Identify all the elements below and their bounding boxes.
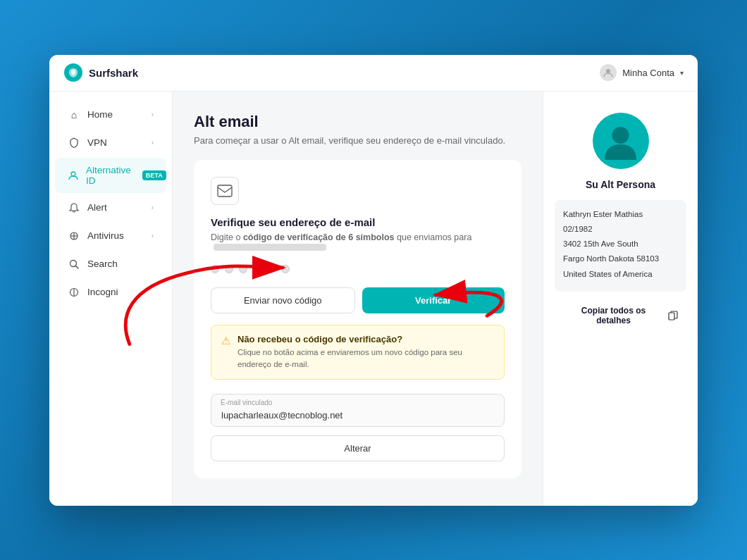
page-title: Alt email (194, 113, 521, 131)
dot-4 (253, 265, 261, 273)
content-area: Alt email Para começar a usar o Alt emai… (173, 92, 543, 506)
verify-button[interactable]: Verificar (362, 287, 505, 313)
svg-rect-11 (669, 313, 674, 320)
sidebar-item-home[interactable]: ⌂ Home › (55, 101, 166, 128)
dot-2 (225, 265, 233, 273)
sidebar-item-incognito-label: Incogni (87, 287, 118, 297)
page-subtitle: Para começar a usar o Alt email, verifiq… (194, 135, 521, 146)
persona-details: Kathryn Ester Mathias 02/1982 3402 15th … (555, 200, 686, 292)
persona-detail-name: Kathryn Ester Mathias (563, 209, 678, 220)
antivirus-icon (68, 230, 80, 242)
vpn-chevron-icon: › (152, 139, 154, 147)
vpn-icon (68, 137, 80, 149)
sidebar-item-incognito[interactable]: Incogni (55, 279, 166, 306)
sidebar-item-search[interactable]: Search (55, 251, 166, 278)
resend-code-button[interactable]: Enviar novo código (211, 287, 355, 313)
masked-email (214, 244, 326, 251)
svg-point-10 (612, 127, 629, 144)
beta-badge: BETA (142, 170, 166, 180)
copy-all-details-button[interactable]: Copiar todos os detalhes (555, 301, 686, 330)
account-menu[interactable]: Minha Conta ▾ (600, 64, 684, 81)
warning-title: Não recebeu o código de verificação? (237, 334, 494, 344)
sidebar-item-alternative-id[interactable]: Alternative ID BETA (55, 158, 166, 193)
email-field-label: E-mail vinculado (221, 399, 272, 406)
dot-6 (281, 265, 290, 273)
sidebar-item-antivirus[interactable]: Antivirus › (55, 223, 166, 249)
warning-text: Clique no botão acima e enviaremos um no… (237, 347, 494, 371)
dot-5 (267, 265, 276, 273)
sidebar-item-alert[interactable]: Alert › (55, 194, 166, 221)
search-icon (68, 258, 80, 270)
avatar (593, 113, 649, 169)
dot-3 (239, 265, 247, 273)
sidebar: ⌂ Home › VPN › (49, 92, 173, 506)
sidebar-item-vpn[interactable]: VPN › (55, 130, 166, 156)
sidebar-item-home-label: Home (87, 109, 113, 120)
dot-1 (211, 265, 219, 273)
verify-buttons: Enviar novo código Verificar (211, 287, 505, 313)
alt-id-icon (68, 169, 79, 182)
svg-point-1 (606, 69, 610, 73)
persona-detail-city: Fargo North Dakota 58103 (563, 253, 678, 265)
svg-rect-9 (218, 185, 232, 197)
email-field: E-mail vinculado lupacharleaux@tecnoblog… (211, 394, 505, 427)
persona-detail-dob: 02/1982 (563, 223, 678, 235)
alterar-button[interactable]: Alterar (211, 435, 505, 461)
account-icon (600, 64, 617, 81)
antivirus-chevron-icon: › (152, 232, 154, 239)
persona-detail-country: United States of America (563, 268, 678, 280)
sidebar-item-search-label: Search (87, 259, 118, 269)
home-icon: ⌂ (68, 108, 80, 121)
incognito-icon (68, 286, 80, 299)
email-icon-box (211, 177, 239, 205)
account-chevron-icon: ▾ (680, 69, 684, 77)
logo-text: Surfshark (89, 67, 138, 79)
persona-name: Su Alt Persona (586, 179, 655, 190)
warning-icon: ⚠ (221, 335, 230, 347)
verify-title: Verifique seu endereço de e-mail (211, 216, 505, 228)
sidebar-item-alert-label: Alert (87, 202, 107, 213)
alert-chevron-icon: › (152, 204, 154, 211)
persona-detail-address: 3402 15th Ave South (563, 238, 678, 250)
home-chevron-icon: › (152, 111, 154, 118)
verification-dots (211, 265, 505, 273)
sidebar-item-antivirus-label: Antivirus (87, 230, 124, 241)
copy-icon (668, 311, 678, 321)
sidebar-item-alt-id-label: Alternative ID (86, 165, 132, 186)
alert-icon (68, 201, 80, 214)
verify-card: Verifique seu endereço de e-mail Digite … (194, 160, 521, 479)
account-label: Minha Conta (622, 68, 674, 78)
warning-box: ⚠ Não recebeu o código de verificação? C… (211, 325, 505, 380)
copy-btn-label: Copiar todos os detalhes (563, 306, 664, 325)
logo: Surfshark (63, 63, 138, 82)
sidebar-item-vpn-label: VPN (87, 137, 107, 148)
verify-subtitle: Digite o código de verificação de 6 símb… (211, 232, 505, 252)
right-panel: Su Alt Persona Kathryn Ester Mathias 02/… (543, 92, 698, 506)
svg-line-7 (76, 266, 79, 268)
svg-point-2 (71, 172, 75, 176)
